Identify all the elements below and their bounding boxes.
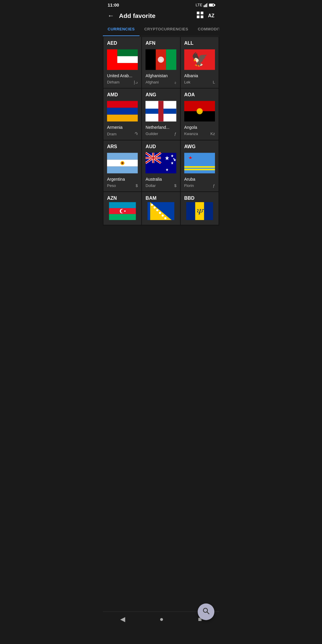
currency-country: Netherland... xyxy=(145,125,176,130)
svg-rect-59 xyxy=(109,202,136,208)
currency-name: Dram xyxy=(107,132,117,136)
currency-name: Guilder xyxy=(145,131,158,136)
currency-card-bam[interactable]: BAM xyxy=(142,192,180,225)
currency-card-amd[interactable]: AMD Armenia Dram ֏ xyxy=(103,89,141,140)
currency-name: Lek xyxy=(184,80,191,84)
flag-barbados: 𝛹 xyxy=(184,202,215,220)
flag-azerbaijan xyxy=(107,202,138,220)
svg-rect-11 xyxy=(107,49,117,70)
svg-rect-14 xyxy=(166,49,176,70)
currency-card-afn[interactable]: AFN ⚙ Afghanistan Afghani ؋ xyxy=(142,37,180,88)
currency-name: Afghani xyxy=(145,80,159,84)
currency-code: AED xyxy=(107,41,138,46)
svg-rect-3 xyxy=(207,3,208,7)
svg-rect-19 xyxy=(107,101,138,108)
currency-symbol: $ xyxy=(174,183,176,188)
currency-code: ALL xyxy=(184,41,215,46)
currency-symbol: $ xyxy=(136,183,138,188)
tab-commodities[interactable]: COMMODITIES xyxy=(193,23,219,36)
svg-point-26 xyxy=(152,106,154,108)
currency-bottom: Kwanza Kz xyxy=(184,131,215,136)
tabs-container: CURRENCIES CRYPTOCURRENCIES COMMODITIES xyxy=(103,23,219,36)
currency-card-all[interactable]: ALL 🦅 Albania Lek L xyxy=(181,37,219,88)
currency-name: Kwanza xyxy=(184,131,198,136)
svg-rect-57 xyxy=(184,169,215,170)
flag-afn: ⚙ xyxy=(145,48,176,72)
svg-rect-12 xyxy=(145,49,156,70)
currency-name: Florin xyxy=(184,183,194,188)
currency-country: Australia xyxy=(145,177,176,182)
flag-angola: ⚙ xyxy=(184,99,215,123)
flag-uae xyxy=(107,48,138,72)
svg-text:⚙: ⚙ xyxy=(160,59,162,62)
currency-country: Afghanistan xyxy=(145,73,176,78)
svg-rect-36 xyxy=(107,166,138,173)
currency-symbol: د.إ xyxy=(134,80,138,84)
tab-currencies[interactable]: CURRENCIES xyxy=(103,23,140,36)
currency-bottom: Florin ƒ xyxy=(184,183,215,188)
svg-point-38 xyxy=(121,162,123,164)
svg-rect-73 xyxy=(186,202,195,220)
flag-bam xyxy=(145,202,176,220)
currency-bottom: Guilder ƒ xyxy=(145,131,176,136)
svg-rect-48 xyxy=(153,153,154,163)
svg-rect-5 xyxy=(201,12,203,14)
svg-point-29 xyxy=(150,106,152,108)
grid-view-button[interactable] xyxy=(197,12,203,20)
currency-card-azn[interactable]: AZN xyxy=(103,192,141,225)
svg-rect-20 xyxy=(107,108,138,115)
sort-az-button[interactable]: AZ xyxy=(208,13,214,18)
currency-bottom: Dram ֏ xyxy=(107,131,138,136)
svg-point-68 xyxy=(154,206,156,208)
svg-point-72 xyxy=(164,217,166,219)
flag-armenia xyxy=(107,99,138,123)
svg-rect-1 xyxy=(205,4,206,7)
currency-card-awg[interactable]: AWG Aruba Florin ƒ xyxy=(181,140,219,191)
flag-aruba xyxy=(184,151,215,175)
tab-cryptocurrencies[interactable]: CRYPTOCURRENCIES xyxy=(140,23,193,36)
currency-card-aed[interactable]: AED United Arab... Dirham د.إ xyxy=(103,37,141,88)
currency-country: Argentina xyxy=(107,177,138,182)
header: ← Add favorite AZ xyxy=(103,9,219,23)
currency-symbol: ؋ xyxy=(174,80,177,84)
svg-rect-24 xyxy=(158,101,163,122)
flag-ang xyxy=(145,99,176,123)
currency-symbol: Kz xyxy=(210,131,215,136)
svg-text:⚙: ⚙ xyxy=(198,109,202,113)
currency-card-aud[interactable]: AUD Austra xyxy=(142,140,180,191)
currency-name: Dirham xyxy=(107,80,120,84)
currency-card-ang[interactable]: ANG Netherland... Guilder ƒ xyxy=(142,89,180,140)
currency-card-ars[interactable]: ARS Argentina Peso $ xyxy=(103,140,141,191)
currency-bottom: Afghani ؋ xyxy=(145,80,176,84)
svg-point-28 xyxy=(150,103,152,104)
currency-card-bbd[interactable]: BBD 𝛹 xyxy=(181,192,219,225)
svg-rect-34 xyxy=(107,153,138,160)
currency-code: AZN xyxy=(107,196,117,201)
currency-code: ARS xyxy=(107,144,138,149)
currency-symbol: ƒ xyxy=(213,183,215,188)
svg-point-27 xyxy=(148,106,150,108)
currency-code: ANG xyxy=(145,92,176,97)
svg-rect-61 xyxy=(109,214,136,220)
battery-icon xyxy=(209,4,214,7)
svg-rect-4 xyxy=(197,12,199,14)
partial-row: AZN BAM xyxy=(103,192,219,225)
flag-argentina xyxy=(107,151,138,175)
svg-point-71 xyxy=(162,214,164,216)
currency-country: Armenia xyxy=(107,125,138,130)
currency-bottom: Peso $ xyxy=(107,183,138,188)
back-button[interactable]: ← xyxy=(108,12,114,20)
currency-name: Dollar xyxy=(145,183,156,188)
status-time: 11:00 xyxy=(108,2,119,7)
grid-icon xyxy=(197,12,203,18)
svg-text:🦅: 🦅 xyxy=(191,52,208,68)
flag-australia xyxy=(145,151,176,175)
svg-point-67 xyxy=(151,204,153,206)
currency-country: United Arab... xyxy=(107,73,138,78)
currency-card-aoa[interactable]: AOA ⚙ Angola Kwanza Kz xyxy=(181,89,219,140)
svg-rect-6 xyxy=(197,16,199,18)
svg-point-25 xyxy=(150,104,152,106)
currency-country: Albania xyxy=(184,73,215,78)
svg-rect-2 xyxy=(206,4,207,7)
currency-code: BAM xyxy=(145,196,156,201)
